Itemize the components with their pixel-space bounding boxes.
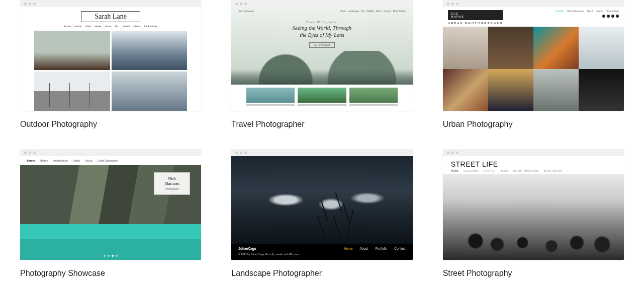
preview-body: ZOE MARKS URBAN PHOTOGRAPHER Portfolio C…: [443, 7, 624, 111]
brand-logo: ZOE MARKS: [448, 10, 503, 20]
carousel-dot-active-icon: [112, 255, 114, 257]
gallery-tile: [298, 88, 346, 103]
hero-image: [443, 174, 624, 260]
cta-button: GET IN TOUCH: [309, 42, 334, 48]
hero-image: [231, 51, 412, 85]
brand-line: MARKS: [451, 15, 464, 18]
browser-chrome: [231, 149, 412, 156]
window-dot-icon: [33, 3, 36, 5]
nav-item: About: [359, 247, 368, 250]
nav-item: about: [105, 25, 112, 28]
carousel-dots: [104, 255, 118, 257]
hero-headline: Seeing the World, Through the Eyes of My…: [231, 25, 412, 39]
template-title: Photography Showcase: [20, 269, 201, 278]
brand-subtitle: URBAN PHOTOGRAPHER: [448, 22, 503, 25]
footer-bar: JohanCage Home About Portfolio Contact ©…: [231, 244, 412, 260]
window-dot-icon: [451, 152, 454, 154]
photo-tile: [579, 27, 624, 69]
nav-item: About: [587, 10, 593, 13]
copyright-text: © 2023 by Johan Cage. Proudly created wi…: [238, 253, 405, 256]
hero-text: Travel Photographer Seeing the World, Th…: [231, 16, 412, 51]
window-dot-icon: [447, 3, 449, 5]
social-icon: [602, 15, 605, 18]
template-card-street[interactable]: STREET LIFE HOME GALLERIES CONTACT BLOG …: [443, 149, 624, 278]
window-dot-icon: [240, 3, 242, 5]
preview-body: STREET LIFE HOME GALLERIES CONTACT BLOG …: [443, 156, 624, 260]
template-title: Travel Photographer: [231, 120, 412, 129]
photo-tile: [533, 69, 579, 111]
nav-item: Video: [73, 159, 80, 162]
nav-item: Client Showcase: [567, 10, 584, 13]
gallery-tile: [349, 88, 398, 103]
window-dot-icon: [24, 152, 27, 154]
nav-item: BLOG: [501, 170, 509, 172]
photo-tile: [34, 31, 110, 70]
headline-line: the Eyes of My Lens: [300, 32, 344, 38]
nav-item: clients: [133, 25, 140, 28]
brand-name: JohanCage: [238, 247, 256, 250]
window-dot-icon: [456, 3, 458, 5]
template-card-outdoor[interactable]: Sarah Lane home nature urban winter abou…: [20, 0, 201, 129]
nav-item: Book Online: [606, 10, 619, 13]
window-dot-icon: [24, 3, 27, 5]
author-name: Nick Martinez: [156, 177, 188, 186]
carousel-dot-icon: [108, 255, 110, 257]
copyright-prefix: © 2023 by Johan Cage. Proudly created wi…: [238, 253, 289, 256]
window-dot-icon: [456, 152, 458, 154]
gallery-tile: [246, 88, 295, 103]
photo-tile: [579, 69, 624, 111]
nav-item: Portfolio: [375, 247, 387, 250]
window-dot-icon: [33, 152, 36, 154]
nav-item: nature: [74, 25, 81, 28]
carousel-dot-icon: [116, 255, 118, 257]
template-card-showcase[interactable]: Home Nature Architecture Video About Cli…: [20, 149, 201, 278]
brand-name: STREET LIFE: [451, 160, 616, 168]
template-thumbnail: JohanCage Home About Portfolio Contact ©…: [231, 149, 412, 260]
nav-group: Home Landscape City Wildlife About Conta…: [340, 10, 405, 13]
gallery-strip: [231, 85, 412, 111]
photo-tile: [443, 27, 488, 69]
template-card-travel[interactable]: John Johansen Home Landscape City Wildli…: [231, 0, 412, 129]
template-thumbnail: ZOE MARKS URBAN PHOTOGRAPHER Portfolio C…: [443, 0, 624, 111]
template-title: Street Photography: [443, 269, 624, 278]
template-thumbnail: John Johansen Home Landscape City Wildli…: [231, 0, 412, 111]
nav-item-active: Portfolio: [556, 10, 564, 13]
nav-item: winter: [95, 25, 102, 28]
name-card: Nick Martinez Photographer: [154, 172, 190, 195]
window-dot-icon: [447, 152, 449, 154]
browser-chrome: [20, 149, 201, 156]
site-nav: Home Nature Architecture Video About Cli…: [20, 156, 201, 165]
hero-pretitle: Travel Photographer: [231, 21, 412, 24]
nav-item: City: [361, 10, 365, 13]
site-header: ZOE MARKS URBAN PHOTOGRAPHER Portfolio C…: [443, 7, 624, 27]
nav-item: bio: [115, 25, 119, 28]
template-card-landscape[interactable]: JohanCage Home About Portfolio Contact ©…: [231, 149, 412, 278]
author-role: Photographer: [156, 188, 188, 190]
headline-line: Seeing the World, Through: [293, 25, 352, 31]
nav-item: Book Online: [393, 10, 406, 13]
nav-item: Client Showcase: [98, 159, 118, 162]
nav-item: Contact: [596, 10, 604, 13]
nav-item: Home: [340, 10, 346, 13]
window-dot-icon: [235, 3, 238, 5]
site-top-nav: John Johansen Home Landscape City Wildli…: [231, 7, 412, 16]
window-dot-icon: [29, 152, 31, 154]
nav-item: About: [85, 159, 92, 162]
preview-body: Home Nature Architecture Video About Cli…: [20, 156, 201, 260]
nav-item: Contact: [384, 10, 392, 13]
site-nav: HOME GALLERIES CONTACT BLOG CLIENT SHOWC…: [451, 170, 616, 172]
carousel-dot-icon: [104, 255, 106, 257]
template-title: Outdoor Photography: [20, 120, 201, 129]
name-line: Martinez: [165, 181, 179, 186]
template-thumbnail: Sarah Lane home nature urban winter abou…: [20, 0, 201, 111]
photo-grid: [34, 31, 187, 111]
template-card-urban[interactable]: ZOE MARKS URBAN PHOTOGRAPHER Portfolio C…: [443, 0, 624, 129]
site-nav: Portfolio Client Showcase About Contact …: [556, 10, 619, 13]
nav-item: CONTACT: [484, 170, 496, 172]
window-dot-icon: [240, 152, 242, 154]
nav-item: book online: [144, 25, 157, 28]
preview-body: Sarah Lane home nature urban winter abou…: [20, 7, 201, 111]
social-icon: [616, 15, 619, 18]
photo-tile: [443, 69, 488, 111]
nav-item-active: Home: [344, 247, 352, 250]
